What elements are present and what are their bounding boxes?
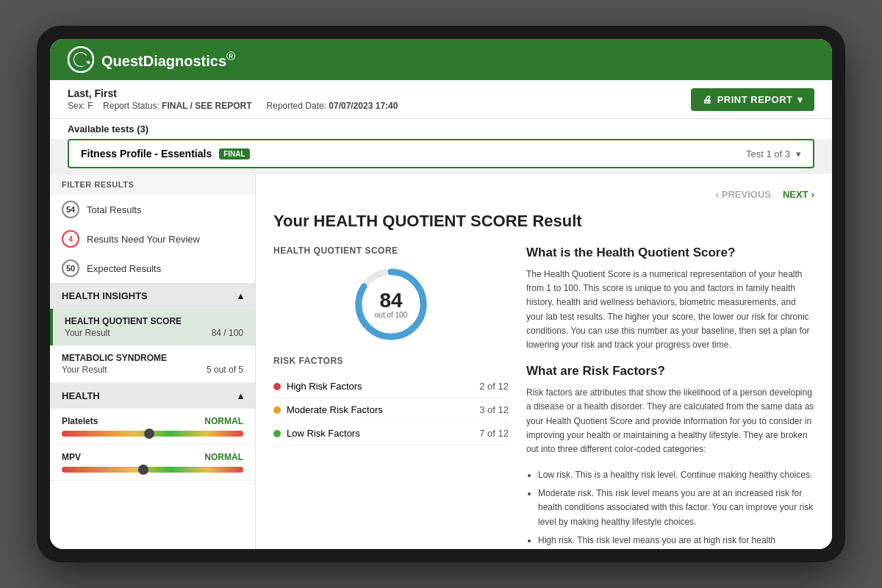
review-results-label: Results Need Your Review [87, 234, 200, 245]
platelets-thumb [144, 429, 154, 439]
test-name: Fitness Profile - Essentials [81, 148, 212, 159]
health-section-toggle[interactable]: HEALTH ▴ [50, 383, 255, 409]
next-button[interactable]: NEXT › [783, 189, 814, 200]
risk-row: Moderate Risk Factors 3 of 12 [273, 398, 509, 422]
platelets-status: NORMAL [204, 416, 243, 426]
metabolic-item[interactable]: METABOLIC SYNDROME Your Result 5 out of … [50, 345, 255, 383]
info-text-1: The Health Quotient Score is a numerical… [526, 268, 814, 352]
risk-list: Low risk. This is a healthy risk level. … [526, 468, 814, 548]
result-right: What is the Health Quotient Score? The H… [526, 245, 814, 549]
filter-results-header: FILTER RESULTS [50, 174, 255, 195]
risk-dot [273, 406, 281, 414]
platelets-name: Platelets [62, 416, 98, 426]
review-results-filter[interactable]: 4 Results Need Your Review [50, 224, 255, 254]
risk-count: 3 of 12 [479, 404, 509, 415]
risk-label: Low Risk Factors [287, 428, 360, 439]
logo-area: QuestDiagnostics® [68, 46, 235, 73]
list-item: Low risk. This is a healthy risk level. … [538, 468, 814, 482]
result-heading: Your HEALTH QUOTIENT SCORE Result [273, 212, 814, 231]
metabolic-value: 5 out of 5 [207, 365, 243, 375]
risk-dot [273, 430, 281, 437]
chevron-down-icon: ▾ [796, 148, 801, 159]
review-results-badge: 4 [62, 230, 79, 248]
mpv-slider [62, 467, 243, 473]
test-selector[interactable]: Fitness Profile - Essentials FINAL Test … [68, 139, 814, 168]
platelets-slider [62, 431, 243, 437]
expected-results-filter[interactable]: 50 Expected Results [50, 254, 255, 283]
patient-bar: Last, First Sex: F Report Status: FINAL … [50, 80, 832, 119]
hq-score-sub: Your Result [65, 328, 110, 338]
mpv-status: NORMAL [204, 452, 243, 462]
chevron-up-icon: ▴ [238, 290, 243, 301]
total-results-label: Total Results [87, 204, 141, 215]
main-content: FILTER RESULTS 54 Total Results 4 Result… [50, 174, 832, 549]
health-insights-toggle[interactable]: HEALTH INSIGHTS ▴ [50, 283, 255, 309]
hq-score-section-label: HEALTH QUOTIENT SCORE [273, 245, 509, 256]
chevron-down-icon: ▾ [797, 94, 803, 105]
sex-label: Sex: [68, 101, 85, 111]
health-label: HEALTH [62, 390, 100, 401]
donut-label: out of 100 [375, 311, 407, 319]
svg-point-0 [68, 47, 93, 72]
health-insights-label: HEALTH INSIGHTS [62, 290, 148, 301]
date-label: Reported Date: [267, 101, 326, 111]
expected-results-badge: 50 [62, 259, 79, 277]
print-report-button[interactable]: 🖨 PRINT REPORT ▾ [691, 88, 814, 111]
risk-dot [273, 383, 281, 390]
list-item: Moderate risk. This risk level means you… [538, 487, 814, 529]
chevron-left-icon: ‹ [715, 189, 718, 200]
hq-score-item[interactable]: HEALTH QUOTIENT SCORE Your Result 84 / 1… [50, 309, 255, 345]
mpv-item: MPV NORMAL [50, 445, 255, 481]
platelets-item: Platelets NORMAL [50, 409, 255, 445]
risk-count: 2 of 12 [479, 381, 509, 392]
risk-row: Low Risk Factors 7 of 12 [273, 422, 509, 445]
hq-score-value: 84 / 100 [212, 328, 243, 338]
screen: QuestDiagnostics® Last, First Sex: F Rep… [50, 39, 832, 549]
mpv-thumb [138, 465, 148, 475]
risk-label: High Risk Factors [287, 381, 362, 392]
risk-label: Moderate Risk Factors [287, 404, 383, 415]
chevron-up-icon2: ▴ [238, 390, 243, 401]
risk-factors-list: High Risk Factors 2 of 12 Moderate Risk … [273, 375, 509, 445]
sidebar: FILTER RESULTS 54 Total Results 4 Result… [50, 174, 256, 549]
list-item: High risk. This risk level means you are… [538, 534, 814, 548]
final-badge: FINAL [219, 148, 249, 159]
patient-info: Last, First Sex: F Report Status: FINAL … [68, 87, 398, 111]
metabolic-title: METABOLIC SYNDROME [62, 353, 243, 363]
risk-row: High Risk Factors 2 of 12 [273, 375, 509, 398]
panel-nav: ‹ PREVIOUS NEXT › [273, 189, 814, 200]
status-label: Report Status: [103, 101, 159, 111]
date-value: 07/07/2023 17:40 [329, 101, 398, 111]
result-left: HEALTH QUOTIENT SCORE 84 out of 100 [273, 245, 509, 549]
info-heading-1: What is the Health Quotient Score? [526, 245, 814, 260]
status-value: FINAL / SEE REPORT [162, 101, 251, 111]
quest-logo-icon [68, 46, 94, 73]
donut-container: 84 out of 100 [273, 268, 509, 341]
previous-button[interactable]: ‹ PREVIOUS [715, 189, 771, 200]
patient-meta: Sex: F Report Status: FINAL / SEE REPORT… [68, 101, 398, 111]
info-text-2: Risk factors are attributes that show th… [526, 386, 814, 456]
hq-score-title: HEALTH QUOTIENT SCORE [65, 316, 243, 326]
available-tests-label: Available tests (3) [50, 119, 832, 139]
printer-icon: 🖨 [703, 94, 713, 105]
metabolic-sub: Your Result [62, 365, 107, 375]
logo-text: QuestDiagnostics® [101, 49, 235, 70]
mpv-name: MPV [62, 452, 81, 462]
info-heading-2: What are Risk Factors? [526, 364, 814, 379]
total-results-badge: 54 [62, 201, 79, 218]
test-counter: Test 1 of 3 [746, 148, 790, 159]
donut-score: 84 [375, 290, 407, 311]
risk-factors-label: RISK FACTORS [273, 356, 509, 366]
donut-chart: 84 out of 100 [354, 268, 428, 341]
risk-count: 7 of 12 [479, 428, 509, 439]
app-header: QuestDiagnostics® [50, 39, 832, 80]
patient-name: Last, First [68, 87, 398, 99]
chevron-right-icon: › [811, 189, 814, 200]
sex-value: F [87, 101, 93, 111]
expected-results-label: Expected Results [87, 263, 161, 274]
main-panel: ‹ PREVIOUS NEXT › Your HEALTH QUOTIENT S… [256, 174, 832, 549]
total-results-filter[interactable]: 54 Total Results [50, 195, 255, 224]
device-frame: QuestDiagnostics® Last, First Sex: F Rep… [37, 26, 845, 562]
result-body: HEALTH QUOTIENT SCORE 84 out of 100 [273, 245, 814, 549]
